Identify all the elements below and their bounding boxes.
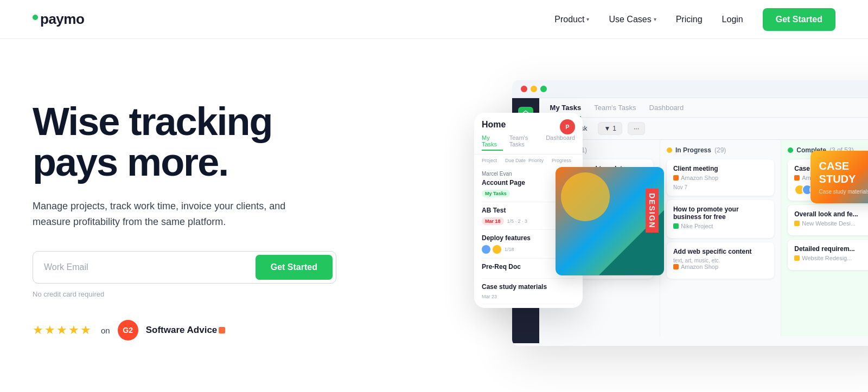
hero-right: My Tasks Team's Tasks Dashboard ⚙ ··· + …: [474, 80, 868, 362]
logo-text: paymo: [40, 11, 84, 28]
case-study-card: CASESTUDY Case study materials: [810, 151, 868, 203]
tab-teams-tasks[interactable]: Team's Tasks: [594, 104, 636, 117]
design-inner: DESIGN: [556, 167, 664, 275]
mobile-table-header: Project Due Date Priority Progress: [474, 155, 583, 166]
nav-product[interactable]: Product ▾: [554, 15, 589, 24]
avatar: [482, 245, 490, 254]
toolbar: + Add Task ▼ 1 ··· ⚙: [539, 118, 868, 140]
mobile-tab-team-tasks[interactable]: Team's Tasks: [509, 134, 540, 151]
star-rating: ★ ★ ★ ★ ★: [33, 323, 91, 337]
hero-left: Wise tracking pays more. Manage projects…: [33, 101, 474, 341]
filter-button[interactable]: ▼ 1: [598, 122, 622, 135]
logo-link[interactable]: paymo: [33, 11, 84, 28]
design-label: DESIGN: [646, 189, 659, 233]
social-proof: ★ ★ ★ ★ ★ on G2 Software Advice: [33, 320, 474, 340]
list-item: British Broadcasting Corporation (BBC) B…: [482, 304, 575, 308]
chevron-down-icon: ▾: [654, 16, 656, 22]
tab-dashboard[interactable]: Dashboard: [649, 104, 684, 117]
titlebar: [512, 80, 868, 98]
inprogress-dot: [667, 147, 672, 153]
kanban-card: Add web specific content text, art, musi…: [667, 242, 774, 279]
complete-dot: [788, 147, 793, 153]
on-label: on: [101, 326, 110, 335]
kanban-card: Detailed requirem... Website Redesig...: [788, 240, 868, 270]
list-item: Case study materials Mar 23: [482, 279, 575, 304]
avatar: [493, 245, 501, 254]
hero-subtitle: Manage projects, track work time, invoic…: [33, 198, 315, 230]
nav-pricing[interactable]: Pricing: [676, 15, 703, 24]
software-advice-logo: Software Advice: [146, 325, 226, 336]
maximize-dot: [540, 86, 547, 92]
nav-links: Product ▾ Use Cases ▾ Pricing Login Get …: [554, 8, 835, 31]
nav-login[interactable]: Login: [722, 15, 743, 24]
minimize-dot: [531, 86, 537, 92]
screenshot-area: My Tasks Team's Tasks Dashboard ⚙ ··· + …: [474, 80, 868, 362]
mobile-avatar: P: [560, 119, 575, 134]
hero-get-started-button[interactable]: Get Started: [256, 255, 333, 280]
status-badge: My Tasks: [482, 190, 510, 197]
sa-dot-icon: [219, 327, 225, 333]
g2-badge: G2: [118, 320, 138, 340]
status-badge: Mar 18: [482, 217, 504, 225]
email-input[interactable]: [44, 255, 256, 280]
kanban-card: Overall look and fe... New Website Desi.…: [788, 205, 868, 235]
kanban-card: Client meeting Amazon Shop Nov 7: [667, 159, 774, 196]
mobile-tabs: My Tasks Team's Tasks Dashboard: [482, 134, 575, 151]
mobile-tab-my-tasks[interactable]: My Tasks: [482, 134, 503, 151]
close-dot: [521, 86, 527, 92]
filter-icon: ▼: [604, 125, 610, 132]
inprogress-column: In Progress (29) Client meeting Amazon S…: [660, 140, 781, 336]
more-options-button[interactable]: ···: [628, 122, 645, 135]
navbar: paymo Product ▾ Use Cases ▾ Pricing Logi…: [0, 0, 868, 39]
mobile-tab-dashboard[interactable]: Dashboard: [546, 134, 575, 151]
nav-get-started-button[interactable]: Get Started: [763, 8, 835, 31]
no-credit-card-note: No credit card required: [33, 290, 474, 298]
kanban-card: How to promote your business for free Ni…: [667, 200, 774, 238]
tabs-bar: My Tasks Team's Tasks Dashboard ⚙ ···: [539, 98, 868, 118]
chevron-down-icon: ▾: [586, 16, 589, 22]
mobile-header: Home P My Tasks Team's Tasks Dashboard: [474, 113, 583, 155]
email-form: Get Started: [33, 251, 336, 284]
design-overlay-card: DESIGN: [556, 167, 664, 275]
hero-section: Wise tracking pays more. Manage projects…: [0, 39, 868, 392]
nav-use-cases[interactable]: Use Cases ▾: [609, 15, 656, 24]
logo-dot: [33, 15, 38, 20]
hero-title: Wise tracking pays more.: [33, 101, 474, 183]
